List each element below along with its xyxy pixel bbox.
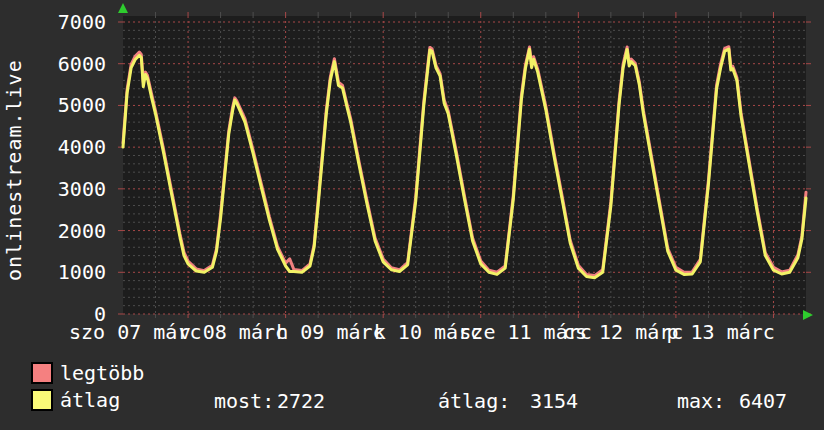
x-tick-label: cs 12 márc xyxy=(563,321,683,343)
legend-swatch-avg xyxy=(31,389,53,411)
x-tick-label: v 08 márc xyxy=(179,321,287,343)
legend-label-avg: átlag xyxy=(60,388,120,412)
stat-max-value: 6407 xyxy=(739,389,787,413)
y-tick-label: 2000 xyxy=(0,220,106,242)
y-tick-label: 3000 xyxy=(0,178,106,200)
stat-most-label: most: xyxy=(214,389,274,413)
y-tick-label: 7000 xyxy=(0,11,106,33)
x-tick-label: h 09 márc xyxy=(276,321,384,343)
y-tick-label: 1000 xyxy=(0,261,106,283)
stat-atlag-value: 3154 xyxy=(530,389,578,413)
legend-label-max: legtöbb xyxy=(60,361,144,385)
stat-most-value: 2722 xyxy=(277,389,325,413)
y-tick-label: 4000 xyxy=(0,136,106,158)
y-tick-label: 5000 xyxy=(0,94,106,116)
x-tick-label: p 13 márc xyxy=(667,321,775,343)
x-axis-arrow xyxy=(803,310,813,320)
stat-atlag-label: átlag: xyxy=(438,389,510,413)
y-axis-arrow xyxy=(118,3,128,13)
legend-swatch-max xyxy=(31,362,53,384)
y-tick-label: 6000 xyxy=(0,53,106,75)
rrd-graph-window: onlinestream.live 0100020003000400050006… xyxy=(0,0,824,430)
stat-max-label: max: xyxy=(677,389,725,413)
